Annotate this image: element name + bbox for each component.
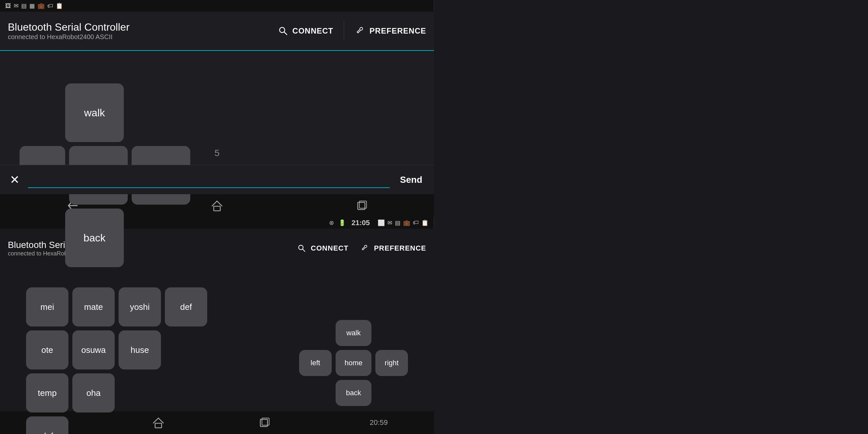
menu-icon: ▤ — [21, 2, 27, 9]
small-walk-row: walk — [299, 320, 408, 346]
search-icon-right — [296, 242, 308, 254]
bluetooth-icon-right: ⊛ — [329, 219, 334, 226]
tag-icon: 🏷 — [47, 3, 53, 9]
button-group-middle: mei mate yoshi def ote osuwa huse temp o… — [26, 287, 207, 434]
preference-button-left[interactable]: PREFERENCE — [354, 25, 426, 37]
briefcase2-icon: 💼 — [403, 219, 410, 226]
main-content-left: walk left home right back 5 ✕ Send — [0, 51, 434, 194]
input-bar-left: ✕ Send — [0, 165, 434, 194]
middle-row4: def — [26, 416, 207, 434]
connect-button-left[interactable]: CONNECT — [277, 25, 333, 37]
header-actions-left: CONNECT PREFERENCE — [277, 21, 426, 41]
yoshi-button[interactable]: yoshi — [119, 287, 161, 327]
recent-nav-left[interactable] — [355, 200, 368, 212]
search-icon-left — [277, 25, 289, 37]
svg-line-1 — [284, 32, 287, 35]
back-button-small[interactable]: back — [336, 380, 371, 406]
tag2-icon: 🏷 — [413, 219, 419, 226]
time-right-nav: 20:59 — [370, 418, 388, 427]
osuwa-button[interactable]: osuwa — [72, 331, 115, 370]
left-button-small[interactable]: left — [299, 350, 332, 376]
wrench-icon-right — [359, 242, 371, 254]
right-button-small[interactable]: right — [375, 350, 408, 376]
mate-button[interactable]: mate — [72, 287, 115, 327]
status-icons-left: 🖼 ✉ ▤ ▦ 💼 🏷 📋 — [5, 2, 63, 9]
svg-point-0 — [280, 27, 285, 33]
def-button-2[interactable]: def — [26, 416, 68, 434]
home-nav-left[interactable] — [211, 200, 223, 212]
button-group-small: walk left home right back — [299, 320, 408, 410]
svg-rect-3 — [214, 206, 220, 211]
screenshot-icon: ⬜ — [378, 219, 385, 226]
send-button-left[interactable]: Send — [395, 172, 428, 188]
def-button-1[interactable]: def — [165, 287, 207, 327]
clipboard2-icon: 📋 — [421, 219, 429, 226]
battery-icon-right: 🔋 — [339, 219, 346, 226]
recent-nav-right[interactable] — [258, 417, 271, 429]
walk-button-small[interactable]: walk — [336, 320, 371, 346]
email2-icon: ✉ — [388, 219, 392, 226]
small-back-row: back — [299, 380, 408, 406]
connect-button-right[interactable]: CONNECT — [296, 242, 349, 254]
middle-row2: ote osuwa huse — [26, 331, 207, 370]
walk-button[interactable]: walk — [65, 84, 124, 142]
small-dir-row: left home right — [299, 350, 408, 376]
main-content-right: mei mate yoshi def ote osuwa huse temp o… — [0, 268, 434, 411]
close-button-left[interactable]: ✕ — [6, 172, 23, 188]
middle-row1: mei mate yoshi def — [26, 287, 207, 327]
walk-row: walk — [20, 84, 190, 142]
app-header-left: Bluetooth Serial Controller connected to… — [0, 12, 434, 51]
photo-icon: 🖼 — [5, 3, 11, 9]
app-title-left: Bluetooth Serial Controller connected to… — [8, 21, 277, 41]
mei-button[interactable]: mei — [26, 287, 68, 327]
middle-row3: temp oha — [26, 373, 207, 412]
email-icon: ✉ — [14, 2, 19, 9]
briefcase-icon: 💼 — [37, 2, 44, 9]
back-button[interactable]: back — [65, 209, 124, 267]
ote-button[interactable]: ote — [26, 331, 68, 370]
app-title-main-left: Bluetooth Serial Controller — [8, 21, 277, 33]
svg-line-7 — [302, 249, 305, 252]
menu2-icon: ▤ — [395, 219, 400, 226]
time-right: 21:05 — [351, 219, 370, 227]
barcode-icon: ▦ — [29, 2, 35, 9]
status-icons-right: ⬜ ✉ ▤ 💼 🏷 📋 — [378, 219, 429, 226]
status-bar-left: 🖼 ✉ ▤ ▦ 💼 🏷 📋 — [0, 0, 434, 12]
header-actions-right: CONNECT PREFERENCE — [296, 242, 426, 254]
back-row: back — [20, 209, 190, 267]
svg-point-6 — [299, 245, 303, 250]
preference-button-right[interactable]: PREFERENCE — [359, 242, 426, 254]
huse-button[interactable]: huse — [119, 331, 161, 370]
page-number-left: 5 — [214, 148, 220, 158]
clipboard-icon: 📋 — [56, 2, 63, 9]
home-button-small[interactable]: home — [336, 350, 371, 376]
header-divider-left — [344, 21, 344, 41]
app-subtitle-left: connected to HexaRobot2400 ASCII — [8, 33, 277, 41]
temp-button[interactable]: temp — [26, 373, 68, 412]
oha-button[interactable]: oha — [72, 373, 115, 412]
wrench-icon-left — [354, 25, 366, 37]
serial-input-left[interactable] — [28, 172, 390, 188]
